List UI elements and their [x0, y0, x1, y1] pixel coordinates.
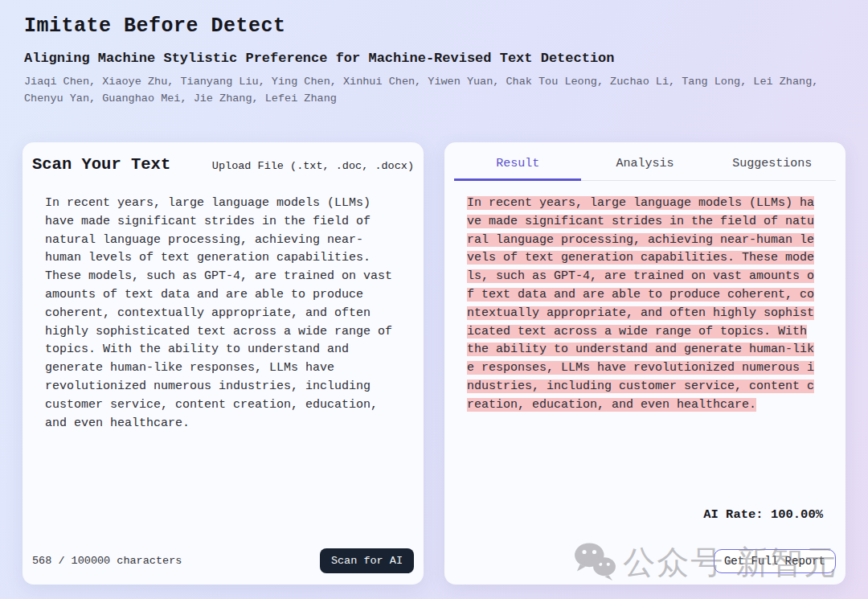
- result-panel-footer: Get Full Report: [454, 549, 836, 573]
- tab-analysis[interactable]: Analysis: [581, 154, 708, 181]
- scan-panel: Scan Your Text Upload File (.txt, .doc, …: [23, 142, 424, 585]
- ai-highlighted-text: In recent years, large language models (…: [467, 196, 814, 412]
- char-count: 568 / 100000 characters: [32, 555, 182, 567]
- scan-panel-footer: 568 / 100000 characters Scan for AI: [32, 548, 414, 573]
- page-header: Imitate Before Detect Aligning Machine S…: [0, 0, 868, 107]
- main-content: Scan Your Text Upload File (.txt, .doc, …: [23, 142, 845, 585]
- tab-bar: Result Analysis Suggestions: [454, 154, 836, 181]
- get-full-report-button[interactable]: Get Full Report: [714, 549, 836, 573]
- page-title: Imitate Before Detect: [24, 11, 844, 42]
- page-subtitle: Aligning Machine Stylistic Preference fo…: [24, 50, 844, 68]
- text-input-area[interactable]: In recent years, large language models (…: [45, 195, 397, 433]
- upload-file-button[interactable]: Upload File (.txt, .doc, .docx): [212, 160, 414, 172]
- scan-panel-title: Scan Your Text: [32, 155, 170, 174]
- ai-rate-label: AI Rate: 100.00%: [467, 507, 823, 522]
- tab-result[interactable]: Result: [454, 154, 581, 181]
- scan-panel-header: Scan Your Text Upload File (.txt, .doc, …: [32, 155, 414, 174]
- scan-for-ai-button[interactable]: Scan for AI: [320, 548, 414, 573]
- scanned-text-output: In recent years, large language models (…: [467, 195, 817, 415]
- result-panel: Result Analysis Suggestions In recent ye…: [444, 142, 845, 585]
- page-authors: Jiaqi Chen, Xiaoye Zhu, Tianyang Liu, Yi…: [24, 74, 832, 107]
- tab-suggestions[interactable]: Suggestions: [709, 154, 836, 181]
